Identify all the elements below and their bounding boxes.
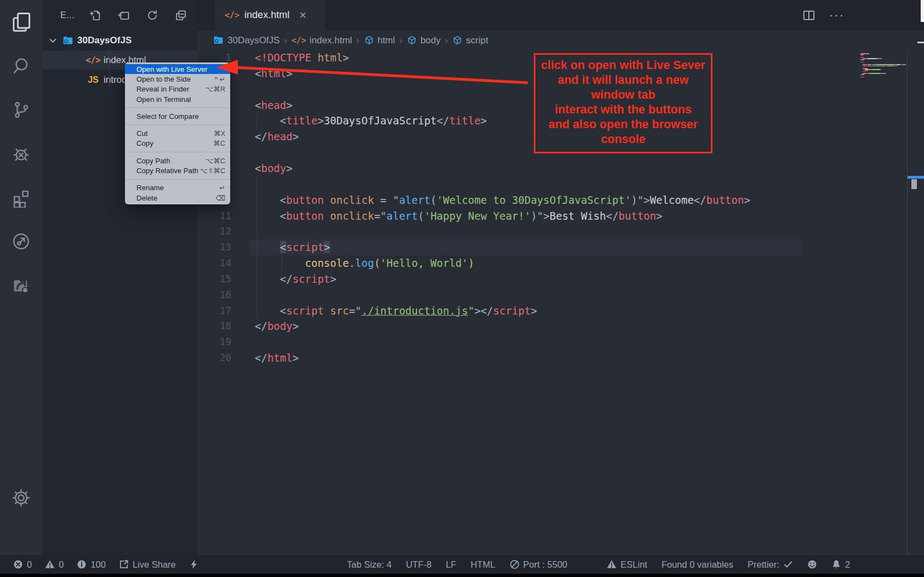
status-label: HTML bbox=[471, 559, 495, 570]
activity-settings[interactable] bbox=[0, 476, 42, 519]
status-found-0-variables[interactable]: Found 0 variables bbox=[661, 559, 733, 570]
status-label: Live Share bbox=[133, 559, 176, 570]
refresh-icon[interactable] bbox=[146, 9, 159, 22]
status-label: ESLint bbox=[620, 559, 647, 570]
breadcrumb-separator: › bbox=[445, 36, 448, 45]
chevron-down-icon bbox=[48, 35, 58, 45]
activity-bar bbox=[0, 0, 42, 555]
status-live-share[interactable]: Live Share bbox=[119, 559, 176, 570]
status-0[interactable]: 0 bbox=[13, 559, 32, 570]
status-bolt[interactable] bbox=[189, 559, 199, 569]
collapse-all-icon[interactable] bbox=[174, 9, 187, 22]
code-line-12: 12 bbox=[197, 224, 924, 239]
status-lf[interactable]: LF bbox=[446, 559, 456, 570]
live-share-status-icon bbox=[119, 559, 129, 569]
menu-item-label: Open with Live Server bbox=[136, 65, 225, 73]
menu-item-label: Open in Terminal bbox=[136, 95, 225, 104]
menu-item-copy-relative-path[interactable]: Copy Relative Path⌥⇧⌘C bbox=[125, 165, 230, 175]
menu-item-label: Select for Compare bbox=[136, 112, 225, 121]
js-file-icon: JS bbox=[85, 75, 101, 85]
status-100[interactable]: 100 bbox=[77, 559, 106, 570]
split-editor-icon[interactable] bbox=[802, 8, 816, 22]
close-icon[interactable]: × bbox=[299, 8, 306, 22]
minimap[interactable] bbox=[860, 53, 906, 81]
menu-separator bbox=[125, 152, 230, 152]
menu-item-delete[interactable]: Delete⌫ bbox=[125, 193, 230, 203]
tab-index-html[interactable]: </> index.html × bbox=[215, 0, 325, 30]
breadcrumb-index.html[interactable]: </>index.html bbox=[292, 35, 352, 46]
status-label: 0 bbox=[59, 559, 64, 570]
bolt-icon bbox=[189, 559, 199, 569]
new-folder-icon[interactable] bbox=[117, 9, 130, 22]
check-icon bbox=[783, 559, 793, 569]
new-file-icon[interactable] bbox=[89, 9, 102, 22]
live-share-icon bbox=[11, 231, 31, 252]
menu-item-open-with-live-server[interactable]: Open with Live Server bbox=[125, 64, 230, 74]
share-arrow-icon bbox=[11, 275, 31, 295]
code-line-15: 15 </script> bbox=[197, 271, 924, 287]
cube-icon bbox=[364, 35, 374, 45]
annotation-line: and it will launch a new bbox=[535, 73, 711, 88]
breadcrumb-separator: › bbox=[400, 36, 402, 45]
status-label: LF bbox=[446, 559, 456, 570]
activity-debug[interactable] bbox=[0, 132, 42, 175]
status-label: Tab Size: 4 bbox=[347, 559, 392, 570]
line-number: 17 bbox=[197, 303, 231, 319]
activity-live-share[interactable] bbox=[0, 219, 42, 263]
html-file-icon: </> bbox=[225, 10, 239, 20]
source-control-icon bbox=[11, 100, 31, 120]
code-line-8: 8<body> bbox=[197, 161, 924, 176]
menu-item-label: Cut bbox=[136, 129, 214, 138]
explorer-header: E... bbox=[42, 5, 197, 25]
menu-item-label: Copy Path bbox=[136, 157, 206, 165]
window-edge-artifact bbox=[917, 42, 924, 43]
line-number: 11 bbox=[197, 208, 231, 224]
status-eslint[interactable]: ESLint bbox=[607, 559, 647, 570]
window-edge-artifact bbox=[921, 0, 924, 22]
menu-item-rename[interactable]: Rename↵ bbox=[125, 183, 230, 193]
search-icon bbox=[11, 56, 31, 76]
smiley-icon bbox=[807, 559, 817, 569]
breadcrumb-label: index.html bbox=[310, 35, 352, 46]
breadcrumb-html[interactable]: html bbox=[364, 35, 395, 46]
menu-item-select-for-compare[interactable]: Select for Compare bbox=[125, 111, 230, 121]
breadcrumb-body[interactable]: body bbox=[407, 35, 441, 46]
cube-icon bbox=[452, 35, 463, 45]
activity-extensions[interactable] bbox=[0, 175, 42, 219]
activity-search[interactable] bbox=[0, 44, 42, 88]
menu-item-shortcut: ⌘X bbox=[214, 129, 225, 138]
status-html[interactable]: HTML bbox=[471, 559, 495, 570]
status-utf-8[interactable]: UTF-8 bbox=[406, 559, 432, 570]
activity-source-control[interactable] bbox=[0, 88, 42, 132]
menu-item-open-in-terminal[interactable]: Open in Terminal bbox=[125, 94, 230, 104]
breadcrumb-separator: › bbox=[284, 36, 287, 45]
menu-item-reveal-in-finder[interactable]: Reveal in Finder⌥⌘R bbox=[125, 84, 230, 94]
more-actions-icon[interactable]: ··· bbox=[829, 8, 845, 22]
menu-item-open-to-the-side[interactable]: Open to the Side^ ↵ bbox=[125, 74, 230, 84]
scrollbar-thumb[interactable] bbox=[911, 179, 917, 189]
status-bar: 00100Live Share Tab Size: 4UTF-8LFHTMLPo… bbox=[0, 555, 924, 574]
menu-item-copy[interactable]: Copy⌘C bbox=[125, 139, 230, 148]
annotation-line: window tab bbox=[535, 88, 711, 102]
activity-share-arrow[interactable] bbox=[0, 263, 42, 307]
breadcrumb-30DaysOfJS[interactable]: 30DaysOfJS bbox=[213, 35, 280, 46]
annotation-line: click on open with Live Sever bbox=[535, 58, 711, 73]
status-prettier[interactable]: Prettier: bbox=[748, 559, 793, 570]
menu-item-cut[interactable]: Cut⌘X bbox=[125, 128, 230, 138]
annotation-line: and also open the browser bbox=[535, 117, 711, 132]
status-port-5500[interactable]: Port : 5500 bbox=[510, 559, 568, 570]
activity-files[interactable] bbox=[0, 0, 42, 44]
line-number: 20 bbox=[197, 350, 231, 366]
tab-bar: </> index.html × ··· bbox=[197, 0, 924, 30]
port-icon bbox=[510, 559, 520, 569]
status-2[interactable]: 2 bbox=[831, 559, 850, 570]
breadcrumb-label: script bbox=[466, 35, 488, 46]
status-0[interactable]: 0 bbox=[45, 559, 64, 570]
breadcrumb-script[interactable]: script bbox=[452, 35, 488, 46]
menu-item-copy-path[interactable]: Copy Path⌥⌘C bbox=[125, 156, 230, 165]
status-tab-size-4[interactable]: Tab Size: 4 bbox=[347, 559, 392, 570]
breadcrumb: 30DaysOfJS›</>index.html›html›body›scrip… bbox=[213, 30, 488, 50]
status-smiley[interactable] bbox=[807, 559, 817, 569]
cube-icon bbox=[407, 35, 417, 45]
folder-row-30daysofjs[interactable]: 30DaysOfJS bbox=[42, 31, 197, 50]
